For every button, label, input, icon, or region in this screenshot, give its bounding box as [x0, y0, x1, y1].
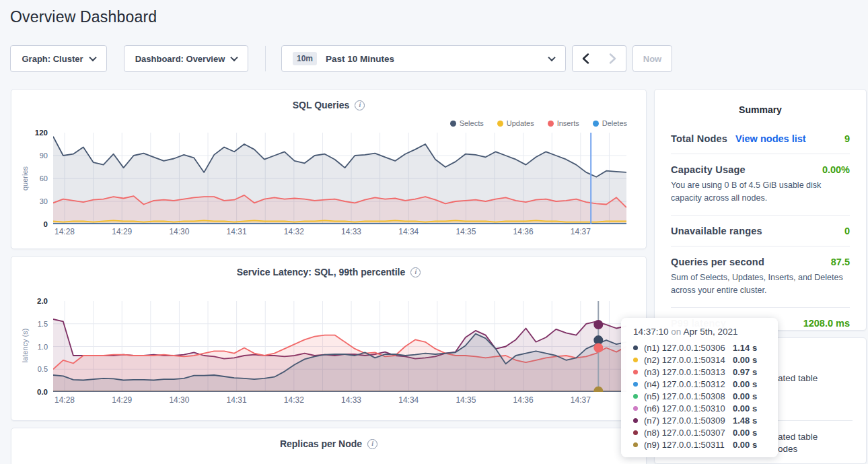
tooltip-node-address: (n1) 127.0.0.1:50306	[644, 343, 733, 353]
summary-row: Total NodesView nodes list9	[671, 123, 850, 154]
info-icon[interactable]: i	[355, 100, 365, 110]
legend-dot-icon	[548, 121, 554, 127]
tooltip-node-value: 0.00 s	[733, 428, 757, 438]
time-range-badge: 10m	[293, 52, 317, 65]
node-color-dot-icon	[633, 370, 638, 374]
node-color-dot-icon	[633, 430, 638, 435]
tooltip-node-value: 0.00 s	[733, 440, 757, 450]
legend-item-updates: Updates	[497, 119, 534, 127]
chevron-down-icon	[89, 54, 96, 61]
summary-row: Capacity Usage0.00%You are using 0 B of …	[671, 154, 850, 215]
tooltip-node-address: (n7) 127.0.0.1:50309	[644, 416, 733, 426]
summary-metric-label: Total Nodes	[671, 133, 727, 144]
tooltip-node-address: (n4) 127.0.0.1:50312	[644, 379, 733, 389]
x-axis-tick: 14:28	[55, 395, 75, 405]
chevron-down-icon	[231, 54, 238, 61]
sql-queries-plot-area[interactable]	[53, 133, 626, 224]
legend-item-deletes: Deletes	[593, 119, 627, 127]
now-button[interactable]: Now	[632, 45, 672, 72]
y-axis-tick: 2.0	[37, 297, 48, 305]
chart-hover-tooltip: 14:37:10 on Apr 5th, 2021 (n1) 127.0.0.1…	[621, 318, 778, 457]
legend-label: Updates	[507, 119, 534, 127]
y-axis-tick: 90	[40, 152, 48, 160]
tooltip-node-address: (n2) 127.0.0.1:50314	[644, 355, 733, 365]
x-axis-tick: 14:35	[456, 227, 476, 236]
tooltip-node-address: (n5) 127.0.0.1:50308	[644, 391, 733, 401]
tooltip-node-address: (n3) 127.0.0.1:50313	[644, 367, 733, 377]
x-axis-tick: 14:30	[169, 395, 189, 405]
tooltip-node-value: 0.00 s	[733, 355, 757, 365]
tooltip-node-address: (n9) 127.0.0.1:50311	[644, 440, 733, 450]
tooltip-node-value: 1.14 s	[733, 343, 757, 353]
service-latency-plot-area[interactable]	[53, 301, 626, 392]
x-axis-ticks: 14:2814:2914:3014:3114:3214:3314:3414:35…	[53, 395, 626, 406]
summary-metric-value: 0.00%	[822, 164, 850, 175]
summary-metric-value: 9	[844, 133, 850, 144]
tooltip-node-row: (n3) 127.0.0.1:503130.97 s	[633, 366, 778, 378]
x-axis-ticks: 14:2814:2914:3014:3114:3214:3314:3414:35…	[53, 227, 626, 238]
tooltip-node-value: 0.00 s	[733, 379, 757, 389]
y-axis-ticks: 0306090120	[11, 133, 48, 224]
service-latency-chart-card: Service Latency: SQL, 99th percentile i …	[11, 256, 647, 421]
tooltip-node-row: (n7) 127.0.0.1:503091.48 s	[633, 414, 778, 426]
view-nodes-list-link[interactable]: View nodes list	[735, 133, 806, 144]
node-color-dot-icon	[633, 406, 638, 411]
summary-row-header: Capacity Usage0.00%	[671, 164, 850, 175]
chevron-right-icon	[609, 53, 616, 64]
x-axis-tick: 14:36	[513, 227, 534, 236]
tooltip-node-row: (n9) 127.0.0.1:503110.00 s	[633, 438, 778, 451]
x-axis-tick: 14:35	[456, 395, 476, 405]
summary-title: Summary	[671, 99, 850, 123]
summary-metric-description: Sum of Selects, Updates, Inserts, and De…	[671, 271, 850, 298]
tooltip-node-row: (n8) 127.0.0.1:503070.00 s	[633, 426, 778, 438]
tooltip-node-row: (n4) 127.0.0.1:503120.00 s	[633, 378, 778, 390]
time-prev-button[interactable]	[572, 45, 600, 72]
summary-row: Queries per second87.5Sum of Selects, Up…	[671, 246, 850, 307]
legend-label: Selects	[460, 119, 484, 127]
x-axis-tick: 14:37	[571, 395, 591, 405]
x-axis-tick: 14:32	[284, 395, 304, 405]
summary-metric-label: Queries per second	[671, 257, 764, 267]
y-axis-tick: 0.5	[38, 365, 48, 373]
x-axis-tick: 14:34	[398, 227, 419, 236]
chart-title-row: SQL Queries i	[11, 100, 646, 110]
node-color-dot-icon	[633, 442, 638, 447]
tooltip-node-rows: (n1) 127.0.0.1:503061.14 s(n2) 127.0.0.1…	[633, 341, 778, 451]
event-item-text-fragment: ated table	[778, 432, 818, 442]
summary-row: Unavailable ranges0	[671, 215, 850, 246]
summary-metric-value: 87.5	[831, 257, 850, 267]
chart-title-row: Service Latency: SQL, 99th percentile i	[11, 267, 646, 277]
replicas-per-node-chart-card: Replicas per Node i	[11, 428, 647, 464]
summary-rows: Total NodesView nodes list9Capacity Usag…	[671, 123, 850, 338]
tooltip-node-address: (n6) 127.0.0.1:50310	[644, 403, 733, 413]
x-axis-tick: 14:31	[227, 227, 247, 236]
legend-dot-icon	[593, 121, 599, 127]
y-axis-ticks: 0.00.51.01.52.0	[11, 301, 48, 392]
service-latency-chart-title: Service Latency: SQL, 99th percentile	[237, 267, 406, 277]
dashboard-dropdown[interactable]: Dashboard: Overview	[124, 45, 248, 72]
sql-queries-chart-title: SQL Queries	[293, 100, 350, 110]
time-range-dropdown[interactable]: 10m Past 10 Minutes	[281, 45, 566, 72]
node-color-dot-icon	[633, 394, 638, 399]
legend-dot-icon	[450, 121, 456, 127]
tooltip-node-address: (n8) 127.0.0.1:50307	[644, 428, 733, 438]
legend-item-selects: Selects	[450, 119, 484, 127]
x-axis-tick: 14:34	[398, 395, 419, 405]
event-item-text-fragment: odes	[778, 444, 797, 454]
time-next-button[interactable]	[599, 45, 626, 72]
page-title: Overview Dashboard	[10, 8, 157, 26]
x-axis-tick: 14:36	[513, 395, 534, 405]
y-axis-tick: 60	[40, 174, 48, 183]
info-icon[interactable]: i	[410, 267, 421, 277]
node-color-dot-icon	[633, 345, 638, 350]
graph-dropdown-label: Graph: Cluster	[22, 54, 83, 64]
toolbar-divider	[265, 46, 266, 71]
info-icon[interactable]: i	[367, 439, 377, 449]
x-axis-tick: 14:32	[284, 227, 304, 236]
x-axis-tick: 14:29	[112, 395, 132, 405]
tooltip-node-value: 0.00 s	[733, 403, 757, 413]
graph-dropdown[interactable]: Graph: Cluster	[10, 45, 107, 72]
chart-title-row: Replicas per Node i	[11, 438, 646, 449]
tooltip-node-row: (n5) 127.0.0.1:503080.00 s	[633, 390, 778, 402]
summary-panel: Summary Total NodesView nodes list9Capac…	[654, 89, 867, 331]
